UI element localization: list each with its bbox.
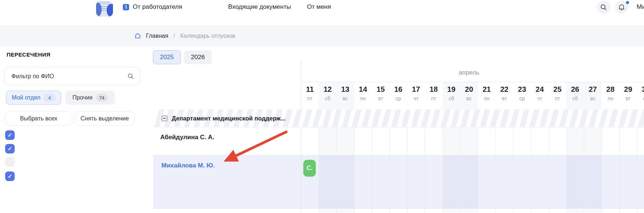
month-label: апрель	[301, 69, 637, 76]
day-number: 22	[500, 85, 508, 93]
day-number: 15	[377, 85, 385, 93]
day-of-week: пт	[555, 95, 560, 101]
day-column-header: 29вт	[619, 82, 637, 109]
day-column-header: 21пн	[478, 82, 495, 109]
tab-label: Прочие	[72, 94, 92, 101]
year-tab-2026[interactable]: 2026	[184, 50, 212, 64]
day-number: 25	[553, 85, 561, 93]
grid-header-top-border	[301, 82, 644, 82]
day-of-week: ср	[396, 95, 401, 101]
day-column-header: 24чт	[531, 82, 549, 109]
collapse-minus-icon[interactable]	[162, 116, 167, 121]
name-filter-placeholder: Фильтр по ФИО	[11, 73, 128, 80]
day-column-header: 12сб	[319, 82, 336, 109]
nav-item-incoming-documents[interactable]: Входящие документы	[228, 2, 291, 12]
day-column-header: 27вс	[584, 82, 601, 109]
day-column-header: 22вт	[495, 82, 513, 109]
search-button[interactable]	[597, 1, 610, 14]
year-tab-2025[interactable]: 2025	[153, 50, 181, 64]
search-icon	[128, 73, 134, 79]
weekend-column-shade	[460, 127, 478, 155]
day-number: 12	[323, 85, 332, 93]
nav-item-from-me[interactable]: От меня	[307, 2, 331, 12]
employee-name-abeydulina[interactable]: Абейдулина С. А.	[160, 134, 214, 141]
weekend-column-shade-selected	[336, 155, 354, 208]
day-number: 14	[359, 85, 367, 93]
tab-label: Мой отдел	[12, 94, 40, 101]
vacation-calendar-page: 1 От работодателя Входящие документы От …	[0, 0, 644, 213]
app-logo-icon[interactable]	[96, 1, 113, 17]
day-column-header: 18пт	[425, 82, 442, 109]
selected-row-bottom-border	[153, 208, 644, 209]
notification-dot	[626, 1, 629, 4]
sidebar-title: ПЕРЕСЕЧЕНИЯ	[7, 51, 51, 58]
day-number: 23	[518, 85, 526, 93]
day-number: 19	[447, 85, 455, 93]
day-column-header: 19сб	[443, 82, 460, 109]
tab-my-department[interactable]: Мой отдел 4	[6, 91, 61, 105]
day-of-week: вт	[626, 95, 631, 101]
clear-selection-button[interactable]: Снять выделение	[75, 111, 135, 126]
day-number: 26	[571, 85, 579, 93]
employee-checkbox-4[interactable]: ✓	[5, 172, 15, 181]
day-number: 28	[606, 85, 614, 93]
employee-checkbox-2[interactable]: ✓	[5, 144, 15, 154]
employee-name-mikhailova[interactable]: Михайлова М. Ю.	[161, 162, 215, 169]
weekend-column-shade	[319, 208, 336, 213]
breadcrumb-current-page: Календарь отпусков	[180, 33, 235, 39]
day-number: 17	[412, 85, 420, 93]
day-of-week: сб	[449, 95, 454, 101]
weekend-column-shade-selected	[319, 155, 336, 208]
day-number: 13	[341, 85, 349, 93]
search-icon	[600, 4, 607, 11]
day-of-week: пн	[360, 95, 366, 101]
employee-checkbox-3[interactable]	[5, 157, 15, 167]
day-number: 18	[429, 85, 438, 93]
breadcrumb-home-link[interactable]: Главная	[146, 33, 168, 39]
home-icon[interactable]	[135, 33, 141, 39]
day-of-week: вт	[378, 95, 383, 101]
department-row-bottom-border	[154, 127, 644, 127]
day-column-header: 26сб	[566, 82, 584, 109]
weekend-column-shade	[566, 127, 584, 155]
day-column-header: 11пт	[301, 82, 319, 109]
tab-count-badge: 74	[96, 94, 108, 102]
day-of-week: сб	[325, 95, 330, 101]
weekend-column-shade-selected	[584, 155, 601, 208]
department-header: Департамент медицинской поддерж...	[162, 112, 286, 124]
day-of-week: чт	[537, 95, 542, 101]
user-menu[interactable]: Ми	[637, 3, 644, 11]
nav-item-label: Входящие документы	[228, 3, 291, 11]
day-number: 11	[306, 85, 314, 93]
nav-item-from-employer[interactable]: 1 От работодателя	[123, 2, 182, 12]
day-of-week: пт	[431, 95, 436, 101]
day-column-header: 23ср	[513, 82, 531, 109]
day-of-week: сб	[572, 95, 578, 101]
name-filter-input[interactable]: Фильтр по ФИО	[4, 67, 140, 85]
day-number: 16	[394, 85, 402, 93]
weekend-column-shade-selected	[460, 155, 478, 208]
day-of-week: пн	[608, 95, 613, 101]
vacation-event-chip[interactable]: С.	[303, 160, 316, 177]
breadcrumb: Главная / Календарь отпусков	[135, 25, 235, 47]
weekend-column-shade	[584, 208, 601, 213]
day-column-header: 15вт	[372, 82, 389, 109]
day-column-header: 20вс	[460, 82, 478, 109]
day-number: 29	[624, 85, 632, 93]
weekend-column-shade	[336, 208, 354, 213]
day-number: 30	[642, 85, 644, 93]
weekend-column-shade	[443, 208, 460, 213]
day-column-header: 13вс	[336, 82, 354, 109]
weekend-column-shade	[336, 127, 354, 155]
day-column-header: 28пн	[601, 82, 619, 109]
select-all-button[interactable]: Выбрать всех	[5, 111, 72, 126]
day-of-week: пн	[484, 95, 489, 101]
nav-item-label: От меня	[307, 3, 331, 11]
day-of-week: чт	[413, 95, 418, 101]
employee-checkbox-1[interactable]: ✓	[5, 130, 15, 140]
tab-others[interactable]: Прочие 74	[65, 91, 115, 105]
department-name: Департамент медицинской поддерж...	[172, 115, 286, 122]
day-of-week: вс	[590, 95, 595, 101]
day-column-header: 25пт	[549, 82, 566, 109]
day-number: 20	[465, 85, 473, 93]
